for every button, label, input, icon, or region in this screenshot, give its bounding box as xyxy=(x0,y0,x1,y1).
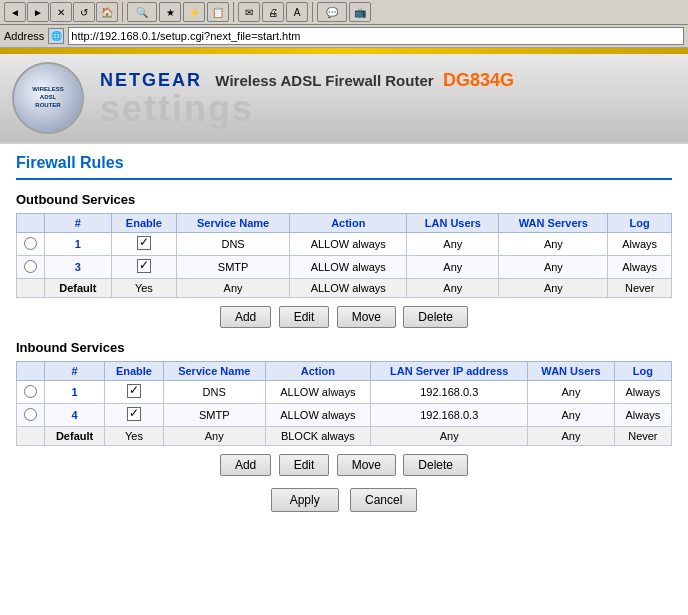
stop-button[interactable]: ✕ xyxy=(50,2,72,22)
inbound-move-button[interactable]: Move xyxy=(337,454,396,476)
inbound-default-enable: Yes xyxy=(105,427,164,446)
inbound-default-wan: Any xyxy=(528,427,614,446)
inbound-btn-row: Add Edit Move Delete xyxy=(16,454,672,476)
inbound-service-2: SMTP xyxy=(163,404,265,427)
inbound-radio-input-2[interactable] xyxy=(24,408,37,421)
inbound-lan-2: 192.168.0.3 xyxy=(371,404,528,427)
inbound-default-blank xyxy=(17,427,45,446)
outbound-radio-input-1[interactable] xyxy=(24,237,37,250)
logo: WIRELESSADSLROUTER xyxy=(12,62,84,134)
outbound-default-row: Default Yes Any ALLOW always Any Any Nev… xyxy=(17,279,672,298)
outbound-enable-2[interactable] xyxy=(111,256,176,279)
settings-label: settings xyxy=(100,91,514,127)
header: WIRELESSADSLROUTER NETGEAR Wireless ADSL… xyxy=(0,54,688,144)
inbound-action-2: ALLOW always xyxy=(265,404,370,427)
media-button[interactable]: ⚡ xyxy=(183,2,205,22)
outbound-action-2: ALLOW always xyxy=(290,256,407,279)
search-button[interactable]: 🔍 xyxy=(127,2,157,22)
inbound-wan-2: Any xyxy=(528,404,614,427)
outbound-move-button[interactable]: Move xyxy=(337,306,396,328)
home-button[interactable]: 🏠 xyxy=(96,2,118,22)
inbound-edit-button[interactable]: Edit xyxy=(279,454,330,476)
outbound-service-1: DNS xyxy=(177,233,290,256)
mail-button[interactable]: ✉ xyxy=(238,2,260,22)
outbound-th-log: Log xyxy=(608,214,672,233)
outbound-lan-2: Any xyxy=(407,256,499,279)
outbound-default-service: Any xyxy=(177,279,290,298)
messenger-button[interactable]: 💬 xyxy=(317,2,347,22)
outbound-default-wan: Any xyxy=(499,279,608,298)
inbound-th-action: Action xyxy=(265,362,370,381)
print-button[interactable]: 🖨 xyxy=(262,2,284,22)
outbound-wan-2: Any xyxy=(499,256,608,279)
outbound-add-button[interactable]: Add xyxy=(220,306,271,328)
inbound-default-lan: Any xyxy=(371,427,528,446)
outbound-default-blank xyxy=(17,279,45,298)
inbound-enable-2[interactable] xyxy=(105,404,164,427)
cancel-button[interactable]: Cancel xyxy=(350,488,417,512)
outbound-service-2: SMTP xyxy=(177,256,290,279)
outbound-th-num: # xyxy=(45,214,112,233)
inbound-default-label: Default xyxy=(45,427,105,446)
outbound-select-col xyxy=(17,214,45,233)
outbound-num-2: 3 xyxy=(45,256,112,279)
inbound-th-enable: Enable xyxy=(105,362,164,381)
inbound-action-1: ALLOW always xyxy=(265,381,370,404)
history-button[interactable]: 📋 xyxy=(207,2,229,22)
outbound-log-1: Always xyxy=(608,233,672,256)
outbound-enable-1[interactable] xyxy=(111,233,176,256)
inbound-radio-2[interactable] xyxy=(17,404,45,427)
inbound-select-col xyxy=(17,362,45,381)
back-button[interactable]: ◄ xyxy=(4,2,26,22)
inbound-th-service: Service Name xyxy=(163,362,265,381)
outbound-default-log: Never xyxy=(608,279,672,298)
favorites-button[interactable]: ★ xyxy=(159,2,181,22)
edit-button[interactable]: A xyxy=(286,2,308,22)
outbound-default-lan: Any xyxy=(407,279,499,298)
table-row: 1 DNS ALLOW always Any Any Always xyxy=(17,233,672,256)
inbound-checkbox-2[interactable] xyxy=(127,407,141,421)
brand-area: NETGEAR Wireless ADSL Firewall Router DG… xyxy=(100,70,514,127)
table-row: 1 DNS ALLOW always 192.168.0.3 Any Alway… xyxy=(17,381,672,404)
outbound-radio-2[interactable] xyxy=(17,256,45,279)
page-title: Firewall Rules xyxy=(16,154,672,172)
netgear-brand: NETGEAR xyxy=(100,70,202,90)
apply-button[interactable]: Apply xyxy=(271,488,339,512)
inbound-enable-1[interactable] xyxy=(105,381,164,404)
address-bar: Address 🌐 xyxy=(0,25,688,48)
inbound-delete-button[interactable]: Delete xyxy=(403,454,468,476)
refresh-button[interactable]: ↺ xyxy=(73,2,95,22)
inbound-default-row: Default Yes Any BLOCK always Any Any Nev… xyxy=(17,427,672,446)
browser-toolbar: ◄ ► ✕ ↺ 🏠 🔍 ★ ⚡ 📋 ✉ 🖨 A 💬 📺 xyxy=(0,0,688,25)
outbound-radio-1[interactable] xyxy=(17,233,45,256)
inbound-th-wan: WAN Users xyxy=(528,362,614,381)
outbound-wan-1: Any xyxy=(499,233,608,256)
inbound-radio-input-1[interactable] xyxy=(24,385,37,398)
inbound-section-title: Inbound Services xyxy=(16,340,672,355)
inbound-th-log: Log xyxy=(614,362,671,381)
outbound-lan-1: Any xyxy=(407,233,499,256)
outbound-delete-button[interactable]: Delete xyxy=(403,306,468,328)
outbound-th-enable: Enable xyxy=(111,214,176,233)
inbound-add-button[interactable]: Add xyxy=(220,454,271,476)
forward-button[interactable]: ► xyxy=(27,2,49,22)
outbound-radio-input-2[interactable] xyxy=(24,260,37,273)
inbound-th-num: # xyxy=(45,362,105,381)
footer-btn-row: Apply Cancel xyxy=(16,488,672,522)
address-input[interactable] xyxy=(68,27,684,45)
outbound-edit-button[interactable]: Edit xyxy=(279,306,330,328)
title-divider xyxy=(16,178,672,180)
inbound-checkbox-1[interactable] xyxy=(127,384,141,398)
outbound-default-label: Default xyxy=(45,279,112,298)
inbound-wan-1: Any xyxy=(528,381,614,404)
logo-text: WIRELESSADSLROUTER xyxy=(32,86,63,109)
address-icon: 🌐 xyxy=(48,28,64,44)
outbound-th-action: Action xyxy=(290,214,407,233)
outbound-checkbox-1[interactable] xyxy=(137,236,151,250)
inbound-num-1: 1 xyxy=(45,381,105,404)
netmeeting-button[interactable]: 📺 xyxy=(349,2,371,22)
outbound-th-wan: WAN Servers xyxy=(499,214,608,233)
inbound-radio-1[interactable] xyxy=(17,381,45,404)
outbound-checkbox-2[interactable] xyxy=(137,259,151,273)
inbound-num-2: 4 xyxy=(45,404,105,427)
